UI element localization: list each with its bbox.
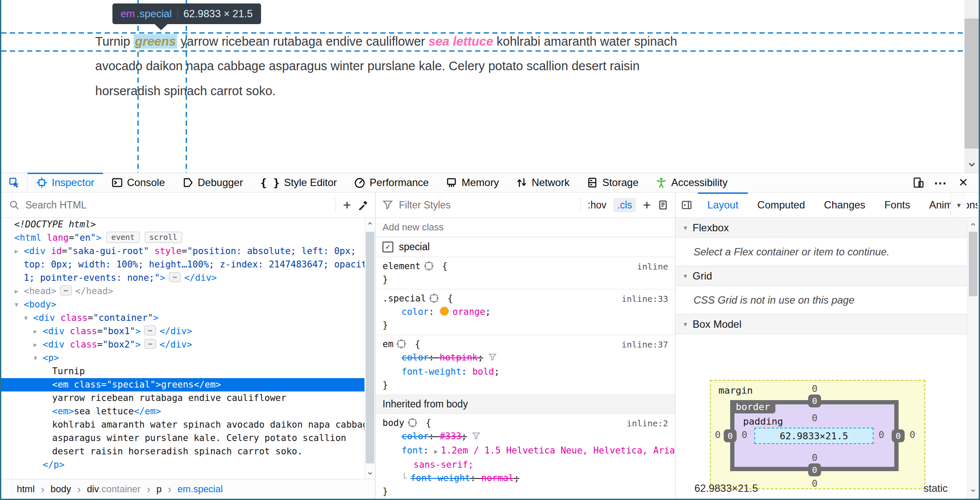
selector-target-icon[interactable]: [425, 262, 432, 270]
markup-row[interactable]: ▶<div class="box1">⋯</div>: [1, 325, 365, 338]
pick-element-button[interactable]: [1, 173, 28, 192]
css-declaration[interactable]: color: #333;: [376, 430, 675, 444]
dom-badge[interactable]: scroll: [145, 232, 182, 243]
padding-left-value[interactable]: 0: [736, 429, 753, 440]
filter-styles-input[interactable]: Filter Styles: [399, 199, 451, 211]
twisty-expanded-icon[interactable]: ▼: [34, 351, 37, 365]
tab-changes[interactable]: Changes: [815, 193, 875, 217]
breadcrumb-item[interactable]: body: [50, 484, 71, 495]
css-declaration[interactable]: font-weight: bold;: [376, 365, 675, 379]
padding-bottom-value[interactable]: 0: [806, 452, 823, 463]
dom-badge[interactable]: event: [106, 232, 139, 243]
expand-icon[interactable]: ▶: [434, 448, 438, 455]
devtools-tab-storage[interactable]: Storage: [578, 173, 647, 192]
css-declaration[interactable]: color: hotpink;: [376, 351, 675, 365]
border-top-value[interactable]: 0: [808, 394, 821, 407]
margin-top-value[interactable]: 0: [806, 383, 823, 394]
markup-row-selected[interactable]: <em class="special">greens</em>: [1, 378, 365, 391]
pseudo-class-toggle[interactable]: :hov: [588, 199, 606, 211]
scroll-down-icon[interactable]: [365, 468, 375, 479]
meatball-menu-button[interactable]: ⋯: [931, 173, 950, 192]
markup-row[interactable]: yarrow ricebean rutabaga endive cauliflo…: [1, 391, 365, 405]
box-model-section-header[interactable]: ▼ Box Model: [675, 314, 968, 334]
selector-target-icon[interactable]: [409, 419, 416, 426]
class-panel-toggle[interactable]: .cls: [613, 198, 636, 212]
devtools-tab-network[interactable]: Network: [507, 173, 578, 192]
breadcrumb-item[interactable]: p: [156, 484, 162, 495]
margin-right-value[interactable]: 0: [904, 429, 921, 440]
class-checkbox[interactable]: ✓: [383, 242, 393, 252]
box-model-diagram[interactable]: margin border padding 62.9833×21.5 0 0 0…: [710, 380, 925, 489]
css-declaration[interactable]: font: ▶1.2em / 1.5 Helvetica Neue, Helve…: [376, 444, 675, 458]
markup-row[interactable]: ▶<div id="saka-gui-root" style="position…: [1, 245, 365, 285]
breadcrumb-item[interactable]: em.special: [177, 484, 223, 495]
breadcrumb-item[interactable]: div: [87, 484, 99, 495]
padding-top-value[interactable]: 0: [806, 413, 823, 423]
markup-row[interactable]: ▼<p>: [1, 351, 365, 365]
markup-row[interactable]: <em>sea lettuce</em>: [1, 405, 365, 418]
layout-scrollbar[interactable]: [967, 218, 979, 499]
markup-row[interactable]: <!DOCTYPE html>: [1, 218, 365, 231]
twisty-expanded-icon[interactable]: ▼: [15, 298, 18, 311]
markup-row[interactable]: </p>: [1, 458, 365, 472]
devtools-tab-debugger[interactable]: Debugger: [174, 173, 252, 192]
search-input[interactable]: Search HTML: [25, 199, 87, 211]
scroll-up-icon[interactable]: [365, 218, 375, 229]
box-model-content[interactable]: 62.9833×21.5: [754, 428, 874, 444]
markup-row[interactable]: kohlrabi amaranth water spinach avocado …: [1, 418, 365, 458]
add-class-input[interactable]: Add new class: [376, 218, 675, 237]
page-scrollbar-thumb[interactable]: [964, 19, 979, 149]
twisty-collapsed-icon[interactable]: ▶: [34, 325, 37, 338]
rule-source-link[interactable]: inline: [637, 260, 668, 273]
collapsed-children-badge[interactable]: ⋯: [144, 339, 156, 349]
padding-right-value[interactable]: 0: [873, 429, 890, 440]
markup-row[interactable]: ▼<div class="container">: [1, 311, 365, 325]
devtools-tab-style-editor[interactable]: { }Style Editor: [252, 173, 345, 192]
devtools-tab-performance[interactable]: Performance: [345, 173, 437, 192]
markup-scrollbar-thumb[interactable]: [366, 232, 374, 463]
tab-fonts[interactable]: Fonts: [875, 193, 920, 217]
twisty-expanded-icon[interactable]: ▼: [24, 311, 28, 325]
scroll-down-icon[interactable]: [968, 485, 979, 496]
grid-section-header[interactable]: ▼ Grid: [675, 266, 968, 286]
collapsed-children-badge[interactable]: ⋯: [169, 272, 181, 282]
devtools-tab-console[interactable]: Console: [103, 173, 174, 192]
selector-target-icon[interactable]: [430, 295, 438, 302]
sidebar-toggle-button[interactable]: [675, 193, 698, 217]
print-simulation-button[interactable]: [658, 200, 668, 210]
markup-row[interactable]: Turnip: [1, 365, 365, 378]
rule-source-link[interactable]: inline:33: [622, 292, 668, 306]
border-right-value[interactable]: 0: [892, 429, 905, 442]
eyedropper-button[interactable]: [358, 200, 368, 210]
twisty-collapsed-icon[interactable]: ▶: [15, 285, 18, 298]
css-declaration[interactable]: sans-serif;: [376, 458, 675, 472]
breadcrumb-item[interactable]: html: [17, 484, 35, 495]
flexbox-section-header[interactable]: ▼ Flexbox: [675, 218, 968, 238]
scroll-down-icon[interactable]: [964, 158, 979, 171]
page-scrollbar[interactable]: [964, 0, 979, 173]
devtools-tab-accessibility[interactable]: Accessibility: [647, 173, 736, 192]
collapsed-children-badge[interactable]: ⋯: [144, 326, 156, 335]
rule-source-link[interactable]: inline:2: [627, 417, 668, 430]
breadcrumb-item[interactable]: .container: [99, 484, 141, 495]
scroll-up-icon[interactable]: [968, 219, 979, 230]
collapsed-children-badge[interactable]: ⋯: [60, 286, 72, 295]
twisty-collapsed-icon[interactable]: ▶: [15, 245, 18, 258]
responsive-design-button[interactable]: [909, 173, 928, 192]
filter-property-icon[interactable]: [488, 352, 497, 365]
layout-scrollbar-thumb[interactable]: [969, 232, 977, 296]
tab-layout[interactable]: Layout: [698, 193, 748, 217]
markup-row[interactable]: ▶<div class="box2">⋯</div>: [1, 338, 365, 351]
markup-row[interactable]: ▼<body>: [1, 298, 365, 311]
add-node-button[interactable]: +: [343, 197, 351, 213]
filter-property-icon[interactable]: [472, 431, 480, 444]
tab-animations[interactable]: Animations: [920, 193, 977, 217]
rule-source-link[interactable]: inline:37: [622, 338, 668, 351]
border-left-value[interactable]: 0: [724, 429, 737, 442]
css-declaration[interactable]: color: orange;: [376, 305, 675, 319]
all-tabs-menu-button[interactable]: ▼: [951, 193, 967, 217]
css-declaration[interactable]: └font-weight: normal;: [376, 472, 675, 485]
add-rule-button[interactable]: +: [643, 197, 651, 213]
border-bottom-value[interactable]: 0: [808, 463, 821, 476]
tab-computed[interactable]: Computed: [748, 193, 815, 217]
